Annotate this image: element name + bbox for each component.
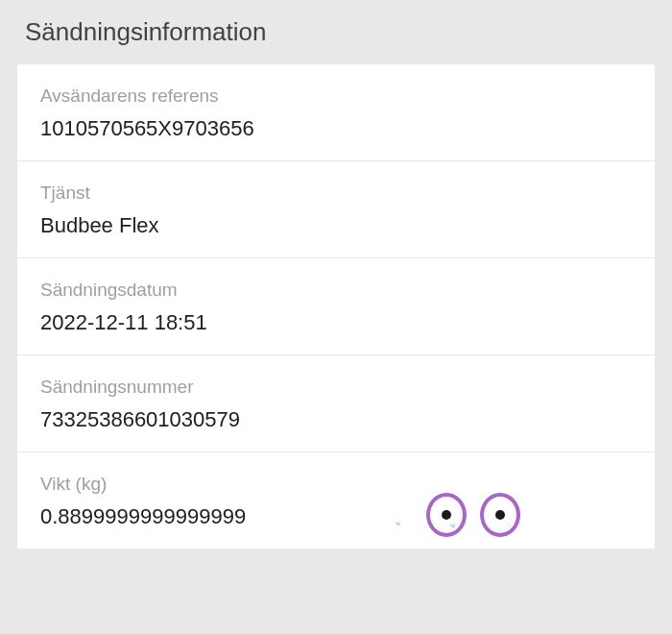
label-shipment-number: Sändningsnummer	[40, 377, 632, 398]
shipment-info-container: Sändningsinformation Avsändarens referen…	[0, 0, 672, 566]
info-card: Avsändarens referens 1010570565X9703656 …	[17, 64, 655, 549]
row-weight: Vikt (kg) 0.8899999999999999 ༄ ༄	[17, 452, 655, 549]
label-shipment-date: Sändningsdatum	[40, 280, 632, 301]
row-service: Tjänst Budbee Flex	[17, 161, 655, 258]
row-sender-reference: Avsändarens referens 1010570565X9703656	[17, 64, 655, 161]
value-weight: 0.8899999999999999	[40, 504, 632, 529]
eyes-emoji-icon: ༄ ༄	[426, 493, 520, 537]
value-sender-reference: 1010570565X9703656	[40, 116, 632, 141]
value-shipment-number: 73325386601030579	[40, 407, 632, 432]
eye-icon	[480, 493, 520, 537]
section-title: Sändningsinformation	[17, 0, 655, 64]
value-service: Budbee Flex	[40, 213, 632, 238]
label-sender-reference: Avsändarens referens	[40, 85, 632, 107]
label-weight: Vikt (kg)	[40, 474, 632, 495]
label-service: Tjänst	[40, 183, 632, 204]
eye-icon	[426, 493, 467, 537]
value-shipment-date: 2022-12-11 18:51	[40, 310, 632, 335]
row-shipment-number: Sändningsnummer 73325386601030579	[17, 355, 655, 452]
tear-icon: ༄	[450, 521, 455, 531]
tear-icon: ༄	[396, 519, 400, 529]
row-shipment-date: Sändningsdatum 2022-12-11 18:51	[17, 258, 655, 355]
